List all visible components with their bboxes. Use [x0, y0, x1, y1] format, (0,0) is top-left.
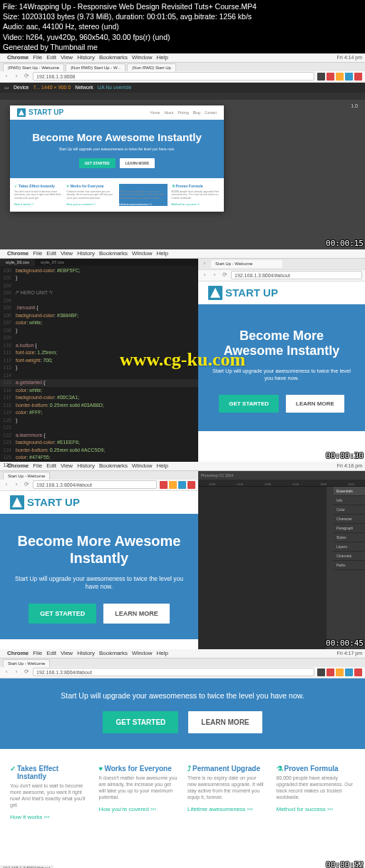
- menu-window[interactable]: Window: [132, 54, 152, 61]
- menu-edit[interactable]: Edit: [46, 250, 56, 257]
- ext-icon[interactable]: [354, 668, 362, 676]
- ext-icon[interactable]: [178, 481, 186, 489]
- menu-view[interactable]: View: [61, 650, 73, 656]
- ps-panel[interactable]: Styles: [334, 533, 365, 542]
- menu-bookmarks[interactable]: Bookmarks: [99, 250, 128, 257]
- menu-history[interactable]: History: [77, 250, 95, 257]
- ext-icon[interactable]: [345, 668, 353, 676]
- ps-panel[interactable]: Essentials: [334, 487, 365, 496]
- ps-panel[interactable]: Channels: [334, 552, 365, 561]
- ext-icon[interactable]: [327, 668, 334, 676]
- feature-link[interactable]: How you're covered ›››: [99, 806, 178, 812]
- address-bar[interactable]: 192.168.1.3:8008: [33, 72, 314, 81]
- feature-link[interactable]: Method for success ›››: [172, 202, 220, 206]
- ext-icon[interactable]: [160, 481, 168, 489]
- forward-icon[interactable]: ›: [13, 481, 20, 488]
- reload-icon[interactable]: ⟳: [23, 481, 30, 488]
- reload-icon[interactable]: ⟳: [23, 668, 30, 676]
- ps-panel[interactable]: Color: [334, 505, 365, 515]
- ps-panel[interactable]: Paths: [334, 561, 365, 570]
- menu-file[interactable]: File: [33, 54, 42, 61]
- ps-panel[interactable]: Info: [334, 496, 365, 505]
- site-logo[interactable]: START UP: [17, 108, 63, 117]
- app-name[interactable]: Chrome: [7, 650, 29, 656]
- back-icon[interactable]: ‹: [3, 73, 10, 80]
- menu-window[interactable]: Window: [132, 250, 152, 257]
- menu-history[interactable]: History: [77, 54, 95, 61]
- back-icon[interactable]: ‹: [3, 668, 10, 676]
- menu-edit[interactable]: Edit: [46, 650, 56, 656]
- app-name[interactable]: Chrome: [7, 250, 29, 257]
- menu-help[interactable]: Help: [156, 250, 168, 257]
- ps-panel[interactable]: Character: [334, 515, 365, 524]
- menu-view[interactable]: View: [61, 54, 73, 61]
- ext-icon[interactable]: [169, 481, 177, 489]
- devtools-device[interactable]: Device: [14, 85, 29, 90]
- forward-icon[interactable]: ›: [13, 73, 20, 80]
- forward-icon[interactable]: ›: [211, 272, 218, 279]
- browser-tab[interactable]: (Non RWD) Start Up: [127, 63, 176, 71]
- learn-more-button[interactable]: LEARN MORE: [103, 604, 170, 624]
- learn-more-button[interactable]: LEARN MORE: [286, 395, 344, 413]
- editor-tab[interactable]: style_07.css: [35, 259, 70, 266]
- menu-window[interactable]: Window: [132, 650, 152, 656]
- ps-panel[interactable]: Paragraph: [334, 524, 365, 533]
- nav-pricing[interactable]: Pricing: [178, 110, 188, 115]
- menu-file[interactable]: File: [33, 250, 42, 257]
- menu-edit[interactable]: Edit: [46, 54, 56, 61]
- get-started-button[interactable]: GET STARTED: [103, 711, 178, 733]
- menu-help[interactable]: Help: [156, 54, 168, 61]
- get-started-button[interactable]: GET STARTED: [29, 604, 96, 624]
- ext-icon[interactable]: [317, 73, 325, 81]
- feature-link[interactable]: Lifetime awesomeness ›››: [187, 806, 267, 812]
- devtools-ua[interactable]: UA No override: [98, 85, 131, 90]
- device-icon[interactable]: ▭: [4, 85, 9, 91]
- browser-tab[interactable]: Start Up - Welcome: [3, 472, 50, 480]
- address-bar[interactable]: 192.168.1.3:8004/#about: [231, 271, 362, 279]
- browser-tab[interactable]: (RWD) Start Up - Welcome: [3, 63, 64, 71]
- feature-link[interactable]: How you're covered ›››: [67, 202, 115, 206]
- get-started-button[interactable]: GET STARTED: [79, 158, 115, 168]
- forward-icon[interactable]: ›: [13, 668, 20, 676]
- feature-link[interactable]: Lifetime awesomeness ›››: [119, 202, 168, 206]
- back-icon[interactable]: ‹: [3, 481, 10, 488]
- get-started-button[interactable]: GET STARTED: [219, 395, 279, 413]
- back-icon[interactable]: ‹: [201, 272, 208, 279]
- browser-tab[interactable]: Start Up - Welcome: [211, 260, 282, 268]
- ps-panel[interactable]: Layers: [334, 542, 365, 552]
- learn-more-button[interactable]: LEARN MORE: [120, 158, 155, 168]
- editor-tab[interactable]: style_03.css: [0, 259, 35, 266]
- nav-about[interactable]: About: [164, 110, 173, 115]
- ps-tools[interactable]: [327, 487, 334, 649]
- feature-link[interactable]: How it works ›››: [14, 202, 63, 206]
- menu-file[interactable]: File: [33, 650, 42, 656]
- site-logo[interactable]: START UP: [10, 495, 80, 510]
- menu-view[interactable]: View: [61, 250, 73, 257]
- app-name[interactable]: Chrome: [7, 54, 29, 61]
- ext-icon[interactable]: [336, 668, 344, 676]
- feature-link[interactable]: Method for success ›››: [277, 806, 356, 812]
- nav-blog[interactable]: Blog: [193, 110, 200, 115]
- nav-home[interactable]: Home: [150, 110, 160, 115]
- browser-tab[interactable]: (Non RWD) Start Up - W...: [66, 63, 125, 71]
- menu-help[interactable]: Help: [156, 650, 168, 656]
- browser-tab[interactable]: Start Up - Welcome: [3, 659, 50, 667]
- learn-more-button[interactable]: LEARN MORE: [188, 711, 262, 733]
- zoom-level[interactable]: 1.0: [346, 103, 362, 109]
- menu-bookmarks[interactable]: Bookmarks: [99, 650, 128, 656]
- back-icon[interactable]: ‹: [201, 260, 208, 267]
- menu-bookmarks[interactable]: Bookmarks: [99, 54, 128, 61]
- ext-icon[interactable]: [354, 73, 362, 81]
- nav-contact[interactable]: Contact: [205, 110, 217, 115]
- reload-icon[interactable]: ⟳: [23, 73, 30, 80]
- ext-icon[interactable]: [327, 73, 334, 81]
- ext-icon[interactable]: [187, 481, 195, 489]
- ext-icon[interactable]: [317, 668, 325, 676]
- menu-history[interactable]: History: [77, 650, 95, 656]
- reload-icon[interactable]: ⟳: [221, 272, 228, 279]
- ext-icon[interactable]: [345, 73, 353, 81]
- feature-link[interactable]: How it works ›››: [10, 814, 89, 820]
- address-bar[interactable]: 192.168.1.3:8004/#about: [33, 668, 314, 676]
- ext-icon[interactable]: [336, 73, 344, 81]
- site-logo[interactable]: START UP: [208, 286, 278, 300]
